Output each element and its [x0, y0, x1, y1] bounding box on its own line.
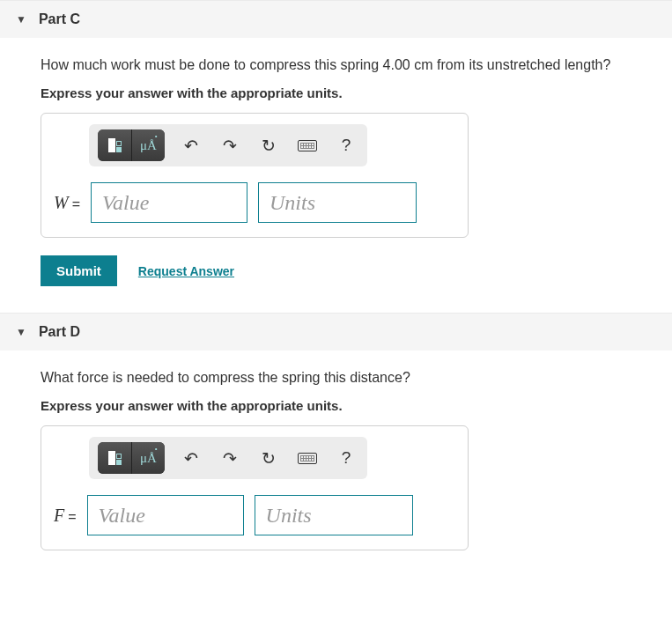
help-icon: ?	[342, 448, 351, 468]
part-d-header[interactable]: ▼ Part D	[0, 313, 672, 351]
mu-angstrom-icon: μÅ∘	[140, 451, 157, 466]
reset-icon: ↻	[262, 448, 276, 469]
collapse-arrow-icon: ▼	[16, 13, 26, 26]
redo-icon: ↷	[223, 136, 237, 156]
redo-button[interactable]: ↷	[218, 133, 242, 158]
part-c-question: How much work must be done to compress t…	[41, 57, 649, 73]
help-button[interactable]: ?	[334, 133, 358, 158]
part-d-body: What force is needed to compress the spr…	[0, 351, 672, 577]
collapse-arrow-icon: ▼	[16, 326, 26, 338]
keyboard-button[interactable]	[295, 133, 320, 158]
template-button[interactable]	[98, 129, 131, 161]
part-c-title: Part C	[39, 11, 80, 27]
keyboard-icon	[298, 140, 317, 151]
undo-icon: ↶	[184, 136, 198, 156]
part-c-instruction: Express your answer with the appropriate…	[41, 85, 649, 100]
redo-icon: ↷	[223, 448, 237, 469]
part-d-value-input[interactable]: Value	[87, 495, 244, 535]
answer-toolbar: μÅ∘ ↶ ↷ ↻ ?	[89, 437, 367, 479]
mu-angstrom-icon: μÅ∘	[140, 138, 157, 153]
part-d-question: What force is needed to compress the spr…	[41, 370, 649, 386]
redo-button[interactable]: ↷	[218, 446, 242, 470]
part-d-input-row: F= Value Units	[54, 495, 455, 535]
help-button[interactable]: ?	[334, 446, 358, 470]
undo-button[interactable]: ↶	[179, 133, 203, 158]
undo-button[interactable]: ↶	[179, 446, 203, 470]
part-c-units-input[interactable]: Units	[258, 182, 417, 223]
keyboard-icon	[298, 453, 317, 464]
help-icon: ?	[342, 136, 351, 155]
symbols-button[interactable]: μÅ∘	[131, 129, 165, 161]
format-button-group: μÅ∘	[98, 442, 165, 474]
fraction-icon	[108, 451, 122, 465]
part-d-instruction: Express your answer with the appropriate…	[41, 398, 649, 413]
undo-icon: ↶	[184, 448, 198, 469]
template-button[interactable]	[98, 442, 131, 474]
part-c-value-input[interactable]: Value	[91, 182, 247, 223]
format-button-group: μÅ∘	[98, 129, 165, 161]
part-c-header[interactable]: ▼ Part C	[0, 0, 672, 38]
part-c-answer-box: μÅ∘ ↶ ↷ ↻ ? W= Value Units	[41, 113, 469, 238]
answer-toolbar: μÅ∘ ↶ ↷ ↻ ?	[89, 124, 367, 166]
reset-button[interactable]: ↻	[256, 133, 281, 158]
part-d-units-input[interactable]: Units	[255, 495, 413, 535]
part-c-submit-row: Submit Request Answer	[41, 255, 649, 286]
part-c-variable: W=	[54, 193, 80, 213]
part-d-answer-box: μÅ∘ ↶ ↷ ↻ ? F= Value Units	[41, 425, 469, 550]
submit-button[interactable]: Submit	[41, 255, 117, 286]
reset-button[interactable]: ↻	[256, 446, 281, 470]
part-d-variable: F=	[54, 506, 77, 526]
reset-icon: ↻	[262, 136, 276, 156]
request-answer-link[interactable]: Request Answer	[138, 264, 234, 278]
symbols-button[interactable]: μÅ∘	[131, 442, 165, 474]
part-c-body: How much work must be done to compress t…	[0, 38, 672, 313]
keyboard-button[interactable]	[295, 446, 320, 470]
part-c-input-row: W= Value Units	[54, 182, 455, 223]
fraction-icon	[108, 138, 122, 152]
part-d-title: Part D	[39, 324, 80, 340]
